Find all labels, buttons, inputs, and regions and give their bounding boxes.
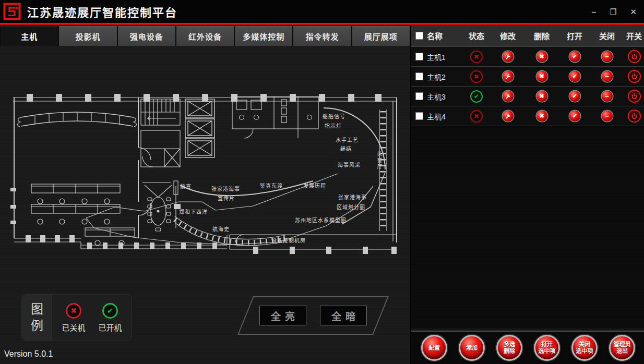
power-button[interactable]: [629, 111, 640, 122]
device-list-panel: 名称 状态 修改 删除 打开 关闭 开关 主机1: [410, 25, 644, 364]
floorplan-room-label: 张家港海事: [338, 193, 367, 201]
tab-command-forward[interactable]: 指令转发: [293, 26, 351, 46]
modify-button[interactable]: [503, 51, 514, 62]
legend-item: 已关机: [62, 303, 85, 333]
tab-label: 主机: [21, 31, 38, 42]
close-button[interactable]: ✕: [630, 8, 637, 16]
row-name: 主机4: [427, 111, 462, 122]
tab-label: 红外设备: [188, 31, 222, 42]
legend-status-icon: [102, 303, 118, 319]
row-checkbox[interactable]: [416, 73, 423, 80]
floorplan-room-label: 前言: [180, 182, 192, 190]
scene-control-group: 全亮 全暗: [236, 296, 390, 335]
admin-logout-button[interactable]: 管理员 退出: [609, 335, 635, 361]
tab-bar: 主机 投影机 强电设备 红外设备 多媒体控制 指令转发 展厅展项: [0, 25, 410, 46]
floorplan-room-label: 水手工艺: [336, 136, 359, 143]
config-button[interactable]: 配置: [421, 335, 447, 361]
select-all-checkbox[interactable]: [416, 32, 423, 39]
open-button[interactable]: ✔: [569, 51, 580, 62]
open-selected-button[interactable]: 打开 选中项: [534, 335, 560, 361]
app-title: 江苏晟迹展厅智能控制平台: [27, 3, 177, 20]
row-checkbox[interactable]: [416, 113, 423, 119]
minus-icon: −: [605, 93, 609, 100]
application-window: 江苏晟迹展厅智能控制平台 – ❐ ✕ 主机 投影机 强电设备 红外设备: [0, 0, 644, 364]
maximize-button[interactable]: ❐: [610, 8, 616, 16]
tab-label: 投影机: [75, 31, 100, 42]
close-button[interactable]: −: [602, 71, 613, 82]
delete-button[interactable]: ✖: [536, 51, 547, 62]
open-button[interactable]: ✔: [569, 91, 580, 102]
header-power: 开关: [623, 30, 644, 41]
modify-button[interactable]: [503, 91, 514, 102]
status-icon: [470, 90, 483, 103]
row-name: 主机1: [427, 52, 462, 62]
delete-button[interactable]: ✖: [536, 71, 547, 82]
tab-label: 展厅展项: [364, 31, 398, 42]
table-row: 主机2 ✖ ✔ −: [411, 67, 644, 87]
x-icon: ✖: [539, 113, 544, 119]
delete-button[interactable]: ✖: [536, 111, 547, 122]
power-icon: [631, 113, 638, 119]
power-icon: [631, 73, 638, 80]
add-button[interactable]: 添加: [459, 335, 485, 361]
power-button[interactable]: [629, 51, 640, 62]
all-dark-button[interactable]: 全暗: [320, 306, 367, 325]
close-button[interactable]: −: [602, 51, 613, 62]
floorplan-room-label: 苏州地区水系模型图: [295, 216, 347, 224]
status-icon: [470, 51, 483, 63]
legend-title: 图 例: [22, 295, 52, 341]
close-button[interactable]: −: [602, 91, 613, 102]
check-icon: ✔: [572, 113, 577, 119]
window-controls: – ❐ ✕: [592, 0, 637, 23]
delete-button[interactable]: ✖: [536, 91, 547, 102]
floorplan-room-label: 船舶信号: [323, 112, 345, 120]
floorplan-room-label: 设备控制机房: [271, 236, 306, 244]
modify-button[interactable]: [503, 71, 514, 82]
x-icon: ✖: [539, 93, 544, 99]
row-checkbox[interactable]: [416, 53, 423, 60]
tab-infrared-equipment[interactable]: 红外设备: [176, 26, 234, 46]
wrench-icon: [505, 93, 511, 100]
row-name: 主机3: [427, 91, 462, 102]
version-label: Version 5.0.1: [4, 349, 53, 359]
floorplan-room-label: 鉴真东渡: [260, 181, 283, 189]
status-icon: [470, 70, 483, 83]
close-button[interactable]: −: [602, 111, 613, 122]
legend-label: 已开机: [98, 322, 122, 333]
tab-power-equipment[interactable]: 强电设备: [118, 26, 175, 46]
minimize-button[interactable]: –: [592, 8, 596, 16]
tab-projector[interactable]: 投影机: [59, 26, 116, 46]
floorplan-room-label: 海事风采: [338, 161, 361, 168]
floorplan-area: 船舶信号 指示灯 水手工艺 绳结 海事风采 荣誉厅 前言 张家港海事 宣传片 鉴…: [0, 46, 410, 364]
header-status: 状态: [462, 30, 491, 41]
floorplan-room-label: 区域划分图: [337, 203, 365, 211]
power-icon: [631, 53, 638, 60]
open-button[interactable]: ✔: [569, 71, 580, 82]
table-row: 主机4 ✖ ✔ −: [411, 106, 644, 126]
check-icon: ✔: [572, 74, 577, 79]
action-button-bar: 配置 添加 多选 删除 打开 选中项: [411, 331, 644, 364]
tab-exhibits[interactable]: 展厅展项: [352, 26, 410, 46]
power-button[interactable]: [629, 91, 640, 102]
header-modify: 修改: [491, 30, 525, 41]
header-open: 打开: [558, 30, 591, 41]
tab-host[interactable]: 主机: [1, 26, 58, 46]
all-bright-button[interactable]: 全亮: [259, 306, 306, 325]
row-checkbox[interactable]: [416, 93, 423, 100]
floorplan-room-label: 发展历程: [303, 181, 326, 189]
tab-label: 强电设备: [130, 31, 163, 42]
close-selected-button[interactable]: 关闭 选中项: [571, 335, 598, 361]
tab-multimedia-control[interactable]: 多媒体控制: [235, 26, 292, 46]
open-button[interactable]: ✔: [569, 111, 580, 122]
floorplan-room-label: 宣传片: [218, 194, 235, 202]
legend-label: 已关机: [62, 322, 85, 333]
legend-status-icon: [66, 303, 81, 319]
power-button[interactable]: [629, 71, 640, 82]
floorplan-room-label: 郑和下西洋: [179, 208, 208, 215]
legend-box: 图 例 已关机 已开机: [22, 295, 132, 341]
floorplan-drawing: 船舶信号 指示灯 水手工艺 绳结 海事风采 荣誉厅 前言 张家港海事 宣传片 鉴…: [8, 86, 404, 258]
header-close: 关闭: [591, 30, 623, 41]
header-name: 名称: [427, 30, 462, 41]
modify-button[interactable]: [503, 111, 514, 122]
multi-delete-button[interactable]: 多选 删除: [496, 335, 522, 361]
